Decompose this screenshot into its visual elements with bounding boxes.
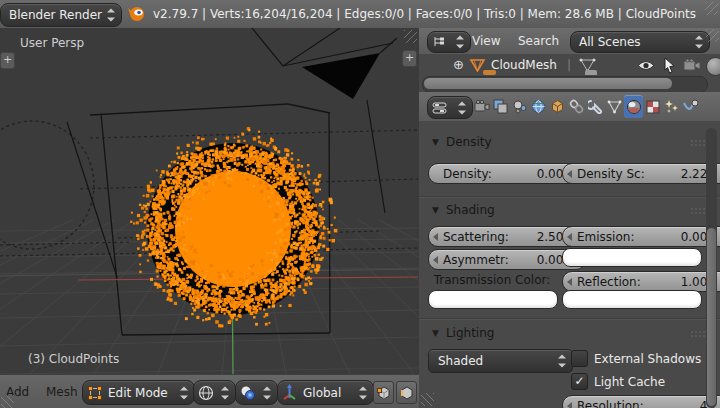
corner-grip-icon[interactable] <box>404 30 417 43</box>
tab-physics[interactable] <box>681 95 700 118</box>
outliner-item-cloudmesh[interactable]: CloudMesh <box>491 55 557 75</box>
chevron-updown-icon <box>458 101 467 114</box>
outliner-hscrollbar-thumb[interactable] <box>424 78 672 89</box>
render-restrict-camera-icon[interactable] <box>683 58 701 72</box>
object-cube-icon <box>550 99 565 114</box>
render-layers-icon <box>493 99 508 114</box>
panel-drag-dots-icon[interactable] <box>690 330 705 337</box>
properties-shelf-expand-button[interactable]: + <box>402 50 417 67</box>
field-label: Resolution: <box>577 399 644 408</box>
emission-color-swatch[interactable] <box>562 248 702 267</box>
edit-mode-icon <box>88 386 102 400</box>
viewport-header-toolbar: Add Mesh Edit Mode <box>0 374 419 408</box>
resolution-field[interactable]: Resolution: 45 <box>562 395 720 408</box>
scene-icon <box>512 99 527 114</box>
section-title: Lighting <box>446 326 495 340</box>
edge-select-icon <box>399 385 414 400</box>
external-shadows-checkbox[interactable] <box>571 350 588 367</box>
texture-checker-icon <box>646 100 660 114</box>
edge-select-button[interactable] <box>396 381 417 404</box>
render-engine-dropdown[interactable]: Blender Render <box>0 3 122 27</box>
clipped-row-icon <box>585 70 597 75</box>
tab-object-data[interactable] <box>605 95 624 118</box>
selectable-cursor-icon[interactable] <box>663 57 676 74</box>
chevron-updown-icon <box>359 386 368 399</box>
outliner-panel: ⊕ CloudMesh | <box>419 54 720 92</box>
section-separator <box>420 318 720 319</box>
corner-grip-icon[interactable] <box>706 29 719 42</box>
scene-filter-label: All Scenes <box>579 35 641 49</box>
expand-icon[interactable]: ⊕ <box>453 55 464 75</box>
object-data-icon <box>607 100 622 114</box>
transmission-color-swatch[interactable] <box>428 290 558 309</box>
pivot-point-dropdown[interactable] <box>235 380 278 405</box>
toolshelf-expand-button[interactable]: + <box>0 52 15 69</box>
vertex-select-button[interactable] <box>373 381 394 404</box>
tab-world[interactable] <box>529 95 548 118</box>
collapse-triangle-icon: ▼ <box>432 205 439 215</box>
outliner-search-menu[interactable]: Search <box>518 28 559 54</box>
chevron-updown-icon <box>456 36 465 49</box>
density-scale-field[interactable]: Density Sc: 2.220 <box>562 163 720 184</box>
reflection-color-swatch[interactable] <box>562 290 702 309</box>
tab-object[interactable] <box>548 95 567 118</box>
scene-filter-dropdown[interactable]: All Scenes <box>570 31 710 53</box>
viewport-scene <box>0 28 419 374</box>
field-label: Reflection: <box>577 275 641 289</box>
light-cache-label: Light Cache <box>594 375 665 389</box>
tab-particles[interactable] <box>662 95 681 118</box>
lighting-section-header[interactable]: ▼ Lighting <box>432 326 494 340</box>
chevron-updown-icon <box>107 9 116 22</box>
chevron-updown-icon <box>180 386 189 399</box>
pivot-icon <box>240 385 256 401</box>
3d-viewport[interactable]: User Persp (3) CloudPoints + + <box>0 28 419 374</box>
tab-render-layers[interactable] <box>491 95 510 118</box>
chevron-updown-icon <box>263 386 272 399</box>
modifiers-wrench-icon <box>588 99 603 114</box>
lighting-mode-dropdown[interactable]: Shaded <box>428 349 573 373</box>
active-object-label: (3) CloudPoints <box>28 352 119 366</box>
tab-constraints[interactable] <box>567 95 586 118</box>
vertex-select-icon <box>376 385 391 400</box>
scene-statistics: v2.79.7 | Verts:16,204/16,204 | Edges:0/… <box>153 0 696 28</box>
section-title: Density <box>446 135 492 149</box>
reflection-field[interactable]: Reflection: 1.000 <box>562 271 720 292</box>
mesh-menu[interactable]: Mesh <box>46 375 78 408</box>
emission-field[interactable]: Emission: 0.000 <box>562 226 720 247</box>
tab-modifiers[interactable] <box>586 95 605 118</box>
light-cache-checkbox[interactable]: ✓ <box>571 373 588 390</box>
corner-grip-icon[interactable] <box>1 395 14 408</box>
orientation-label: Global <box>303 386 341 400</box>
chevron-updown-icon <box>558 355 567 368</box>
field-label: Asymmetr: <box>443 253 509 267</box>
tab-render[interactable] <box>472 95 491 118</box>
editor-type-dropdown[interactable] <box>427 96 473 119</box>
editor-type-dropdown[interactable] <box>427 31 471 53</box>
corner-grip-icon[interactable] <box>421 393 434 406</box>
mode-dropdown[interactable]: Edit Mode <box>82 380 195 405</box>
chevron-updown-icon <box>221 386 230 399</box>
tab-material[interactable] <box>624 95 643 118</box>
world-globe-icon <box>531 99 546 114</box>
shading-section-header[interactable]: ▼ Shading <box>432 203 495 217</box>
tab-texture[interactable] <box>643 95 662 118</box>
manipulator-axes-icon <box>281 384 298 401</box>
corner-grip-icon[interactable] <box>705 2 718 15</box>
outliner-hscrollbar-track[interactable] <box>422 76 708 93</box>
properties-scrollbar-track[interactable] <box>706 128 717 408</box>
properties-editor-icon <box>432 101 448 115</box>
outliner-header: View Search All Scenes <box>419 28 720 55</box>
visibility-eye-icon[interactable] <box>637 60 655 71</box>
transform-orientation-dropdown[interactable]: Global <box>277 380 374 405</box>
panel-drag-dots-icon[interactable] <box>690 139 705 146</box>
shading-sphere-icon <box>198 385 214 401</box>
panel-drag-dots-icon[interactable] <box>690 207 705 214</box>
tab-scene[interactable] <box>510 95 529 118</box>
properties-scrollbar-thumb[interactable] <box>707 228 716 406</box>
density-section-header[interactable]: ▼ Density <box>432 135 492 149</box>
outliner-view-menu[interactable]: View <box>472 28 500 54</box>
field-label: Density Sc: <box>577 167 645 181</box>
chevron-updown-icon <box>695 36 704 49</box>
viewport-shading-dropdown[interactable] <box>193 380 236 405</box>
clipped-row-icon <box>483 70 496 75</box>
